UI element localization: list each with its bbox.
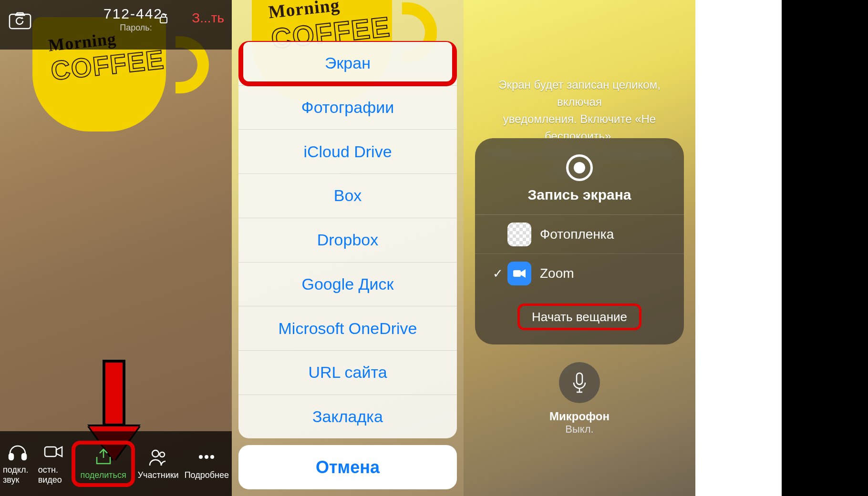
stop-video-label: остн. видео bbox=[38, 465, 69, 485]
destination-zoom[interactable]: ✓ Zoom bbox=[475, 254, 684, 293]
panel-share-options: Morning COFFEE Экран Фотографии iCloud D… bbox=[232, 0, 464, 496]
meeting-bottom-bar: подкл. звук остн. видео поделиться Уча bbox=[0, 431, 232, 496]
share-option-gdrive[interactable]: Google Диск bbox=[238, 262, 457, 306]
svg-rect-4 bbox=[45, 447, 56, 456]
lock-icon bbox=[159, 12, 168, 26]
svg-point-7 bbox=[199, 455, 203, 459]
participants-label: Участники bbox=[138, 470, 179, 480]
share-action-sheet: Экран Фотографии iCloud Drive Box Dropbo… bbox=[238, 41, 457, 489]
svg-rect-1 bbox=[160, 17, 167, 23]
share-option-box[interactable]: Box bbox=[238, 173, 457, 218]
microphone-label: Микрофон bbox=[464, 410, 695, 423]
panel-screen-broadcast: Экран будет записан целиком, включая уве… bbox=[464, 0, 695, 496]
svg-rect-3 bbox=[22, 454, 26, 460]
svg-rect-11 bbox=[577, 373, 582, 385]
microphone-state: Выкл. bbox=[464, 423, 695, 435]
destination-photos-label: Фотопленка bbox=[540, 227, 614, 242]
meeting-top-bar: 712-442- Пароль: З...ть bbox=[0, 0, 232, 50]
flip-camera-button[interactable] bbox=[0, 0, 40, 42]
svg-point-8 bbox=[205, 455, 208, 459]
svg-point-9 bbox=[210, 455, 214, 459]
broadcast-card: Запись экрана Фотопленка ✓ Zoom Начать в… bbox=[475, 138, 684, 344]
svg-rect-2 bbox=[9, 454, 13, 460]
more-label: Подробнее bbox=[185, 470, 229, 480]
svg-rect-0 bbox=[10, 14, 31, 29]
share-label: поделиться bbox=[80, 470, 126, 480]
share-option-screen[interactable]: Экран bbox=[238, 41, 457, 85]
share-option-photos[interactable]: Фотографии bbox=[238, 85, 457, 130]
record-title: Запись экрана bbox=[475, 187, 684, 203]
share-option-icloud[interactable]: iCloud Drive bbox=[238, 129, 457, 173]
record-icon bbox=[475, 154, 684, 181]
photos-app-icon bbox=[507, 223, 531, 246]
participants-button[interactable]: Участники bbox=[135, 445, 182, 482]
check-icon: ✓ bbox=[488, 266, 507, 281]
stop-video-button[interactable]: остн. видео bbox=[35, 440, 72, 487]
share-button[interactable]: поделиться bbox=[72, 441, 134, 487]
svg-point-6 bbox=[160, 452, 165, 457]
panel-zoom-meeting: Morning COFFEE 712-442- Пароль: З...ть bbox=[0, 0, 232, 496]
join-audio-button[interactable]: подкл. звук bbox=[0, 440, 35, 487]
destination-zoom-label: Zoom bbox=[540, 266, 574, 281]
start-broadcast-button[interactable]: Начать вещание bbox=[517, 304, 641, 330]
destination-photos[interactable]: Фотопленка bbox=[475, 215, 684, 254]
share-option-list: Экран Фотографии iCloud Drive Box Dropbo… bbox=[238, 41, 457, 438]
join-audio-label: подкл. звук bbox=[3, 465, 32, 485]
svg-rect-10 bbox=[513, 270, 521, 277]
microphone-block: Микрофон Выкл. bbox=[464, 362, 695, 435]
end-meeting-button[interactable]: З...ть bbox=[192, 10, 224, 26]
share-option-bookmark[interactable]: Закладка bbox=[238, 395, 457, 439]
more-button[interactable]: Подробнее bbox=[182, 445, 232, 482]
svg-point-5 bbox=[152, 450, 159, 457]
share-option-url[interactable]: URL сайта bbox=[238, 350, 457, 395]
share-option-dropbox[interactable]: Dropbox bbox=[238, 218, 457, 262]
microphone-toggle[interactable] bbox=[559, 362, 600, 403]
cancel-button[interactable]: Отмена bbox=[238, 445, 457, 489]
share-option-onedrive[interactable]: Microsoft OneDrive bbox=[238, 306, 457, 350]
blank-margin bbox=[695, 0, 782, 496]
destination-list: Фотопленка ✓ Zoom bbox=[475, 214, 684, 293]
background-cup bbox=[485, 0, 652, 16]
zoom-app-icon bbox=[507, 262, 531, 285]
